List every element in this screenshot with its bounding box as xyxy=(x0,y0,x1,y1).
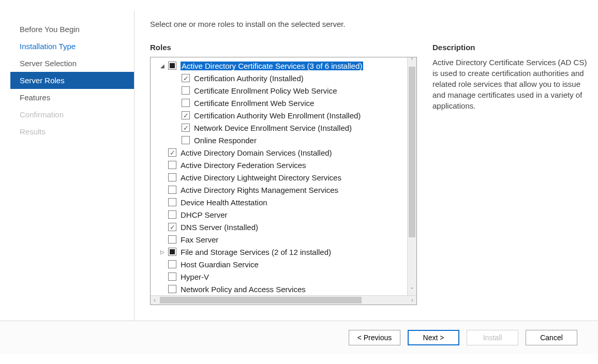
roles-tree[interactable]: ◢Active Directory Certificate Services (… xyxy=(150,57,417,305)
checkbox[interactable] xyxy=(168,272,176,281)
role-service-item[interactable]: Certificate Enrollment Web Service xyxy=(154,97,407,109)
checkbox[interactable] xyxy=(168,248,176,256)
step-results: Results xyxy=(10,123,134,140)
role-service-item[interactable]: Certificate Enrollment Policy Web Servic… xyxy=(154,84,407,97)
install-button: Install xyxy=(467,330,518,345)
role-item[interactable]: Device Health Attestation xyxy=(154,196,407,208)
checkbox[interactable] xyxy=(168,210,176,219)
checkbox[interactable] xyxy=(182,111,190,119)
scrollbar-thumb[interactable] xyxy=(409,67,415,237)
checkbox[interactable] xyxy=(168,161,176,169)
scroll-right-icon[interactable]: › xyxy=(408,296,416,305)
description-heading: Description xyxy=(432,43,588,52)
scrollbar-thumb[interactable] xyxy=(160,297,362,304)
role-item[interactable]: Hyper-V xyxy=(154,270,407,283)
role-item[interactable]: Host Guardian Service xyxy=(154,258,407,270)
role-label: DHCP Server xyxy=(181,210,228,219)
description-text: Active Directory Certificate Services (A… xyxy=(432,57,588,111)
checkbox[interactable] xyxy=(182,124,190,132)
expand-icon[interactable]: ▷ xyxy=(159,249,166,255)
role-service-item[interactable]: Network Device Enrollment Service (Insta… xyxy=(154,122,407,134)
previous-button[interactable]: < Previous xyxy=(349,330,400,345)
role-service-label: Network Device Enrollment Service (Insta… xyxy=(194,124,352,132)
role-label: DNS Server (Installed) xyxy=(181,223,258,232)
role-label: Active Directory Lightweight Directory S… xyxy=(181,173,341,182)
collapse-icon[interactable]: ◢ xyxy=(159,63,166,69)
role-label: Active Directory Federation Services xyxy=(181,161,306,170)
scroll-down-icon[interactable]: ˅ xyxy=(408,287,416,295)
checkbox[interactable] xyxy=(168,62,176,70)
role-label: Device Health Attestation xyxy=(181,198,267,207)
next-button[interactable]: Next > xyxy=(408,330,459,345)
checkbox[interactable] xyxy=(168,260,176,268)
checkbox[interactable] xyxy=(182,99,190,107)
role-item[interactable]: Active Directory Rights Management Servi… xyxy=(154,184,407,196)
role-service-item[interactable]: Certification Authority Web Enrollment (… xyxy=(154,109,407,122)
role-service-item[interactable]: Online Responder xyxy=(154,134,407,146)
checkbox[interactable] xyxy=(182,86,190,95)
wizard-button-bar: < Previous Next > Install Cancel xyxy=(0,321,598,354)
checkbox[interactable] xyxy=(182,74,190,82)
role-label: File and Storage Services (2 of 12 insta… xyxy=(181,248,331,256)
role-service-label: Online Responder xyxy=(194,136,257,145)
step-before-you-begin[interactable]: Before You Begin xyxy=(10,21,134,38)
role-service-label: Certificate Enrollment Web Service xyxy=(194,99,314,108)
checkbox[interactable] xyxy=(168,223,176,231)
role-item[interactable]: Active Directory Domain Services (Instal… xyxy=(154,146,407,159)
role-service-label: Certification Authority (Installed) xyxy=(194,74,304,83)
role-label: Network Policy and Access Services xyxy=(181,285,306,294)
role-item[interactable]: DNS Server (Installed) xyxy=(154,221,407,233)
role-item[interactable]: ▷File and Storage Services (2 of 12 inst… xyxy=(154,246,407,258)
step-features[interactable]: Features xyxy=(10,89,134,106)
role-service-item[interactable]: Certification Authority (Installed) xyxy=(154,72,407,84)
step-server-selection[interactable]: Server Selection xyxy=(10,55,134,72)
role-service-label: Certification Authority Web Enrollment (… xyxy=(194,111,361,120)
roles-heading: Roles xyxy=(150,43,417,52)
cancel-button[interactable]: Cancel xyxy=(526,330,577,345)
checkbox[interactable] xyxy=(168,235,176,244)
role-service-label: Certificate Enrollment Policy Web Servic… xyxy=(194,86,337,95)
checkbox[interactable] xyxy=(168,186,176,194)
role-item[interactable]: Active Directory Lightweight Directory S… xyxy=(154,171,407,184)
role-label: Host Guardian Service xyxy=(181,260,259,269)
horizontal-scrollbar[interactable]: ‹ › xyxy=(151,295,416,305)
checkbox[interactable] xyxy=(182,136,190,144)
step-server-roles[interactable]: Server Roles xyxy=(10,72,134,89)
wizard-steps: Before You Begin Installation Type Serve… xyxy=(10,10,134,321)
role-label: Active Directory Rights Management Servi… xyxy=(181,186,338,194)
role-item[interactable]: Active Directory Federation Services xyxy=(154,159,407,171)
checkbox[interactable] xyxy=(168,285,176,293)
role-label: Active Directory Domain Services (Instal… xyxy=(181,148,332,157)
role-label: Fax Server xyxy=(181,235,218,244)
scroll-left-icon[interactable]: ‹ xyxy=(151,296,159,305)
role-label: Active Directory Certificate Services (3… xyxy=(181,62,363,70)
role-item[interactable]: Fax Server xyxy=(154,233,407,246)
vertical-scrollbar[interactable]: ˄ ˅ xyxy=(407,57,416,295)
checkbox[interactable] xyxy=(168,198,176,206)
instruction-text: Select one or more roles to install on t… xyxy=(150,20,588,28)
checkbox[interactable] xyxy=(168,173,176,181)
scroll-up-icon[interactable]: ˄ xyxy=(408,57,416,66)
role-item[interactable]: DHCP Server xyxy=(154,208,407,221)
role-item[interactable]: Network Policy and Access Services xyxy=(154,283,407,295)
checkbox[interactable] xyxy=(168,148,176,157)
role-label: Hyper-V xyxy=(181,272,209,281)
step-installation-type[interactable]: Installation Type xyxy=(10,38,134,55)
role-item[interactable]: ◢Active Directory Certificate Services (… xyxy=(154,59,407,72)
step-confirmation: Confirmation xyxy=(10,106,134,123)
